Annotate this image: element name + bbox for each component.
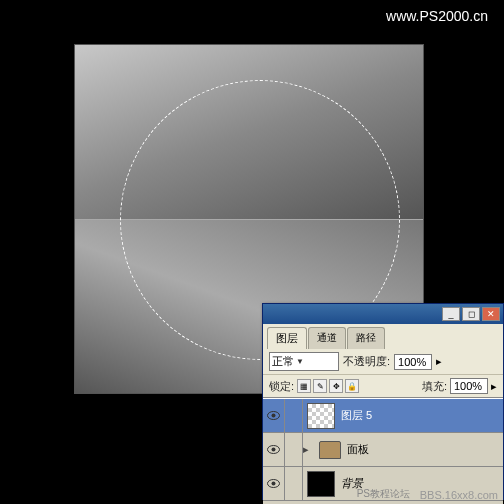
lock-all-icon[interactable]: 🔒 xyxy=(345,379,359,393)
minimize-button[interactable]: _ xyxy=(442,307,460,321)
lock-transparency-icon[interactable]: ▦ xyxy=(297,379,311,393)
layer-thumbnail[interactable] xyxy=(307,403,335,429)
maximize-button[interactable]: ◻ xyxy=(462,307,480,321)
svg-point-1 xyxy=(272,414,276,418)
lock-row: 锁定: ▦ ✎ ✥ 🔒 填充: 100% ▸ xyxy=(263,375,503,398)
fill-value[interactable]: 100% xyxy=(450,378,488,394)
layers-panel: _ ◻ ✕ 图层 通道 路径 正常 ▼ 不透明度: 100% ▸ 锁定: ▦ ✎… xyxy=(262,303,504,500)
svg-point-5 xyxy=(272,482,276,486)
close-button[interactable]: ✕ xyxy=(482,307,500,321)
chevron-down-icon: ▼ xyxy=(296,357,304,366)
tab-paths[interactable]: 路径 xyxy=(347,327,385,349)
link-cell[interactable] xyxy=(285,467,303,500)
tab-layers[interactable]: 图层 xyxy=(267,327,307,349)
layer-row[interactable]: ▸ 面板 xyxy=(263,433,503,467)
panel-titlebar[interactable]: _ ◻ ✕ xyxy=(263,304,503,324)
watermark-forum: PS教程论坛 xyxy=(357,487,410,501)
fill-label: 填充: xyxy=(422,379,447,394)
opacity-flyout-icon[interactable]: ▸ xyxy=(436,355,442,368)
eye-icon xyxy=(267,411,280,420)
layer-name[interactable]: 面板 xyxy=(345,442,503,457)
visibility-toggle[interactable] xyxy=(263,399,285,432)
blend-mode-dropdown[interactable]: 正常 ▼ xyxy=(269,352,339,371)
folder-icon xyxy=(319,441,341,459)
fill-flyout-icon[interactable]: ▸ xyxy=(491,380,497,393)
lock-label: 锁定: xyxy=(269,379,294,394)
lock-icon-group: ▦ ✎ ✥ 🔒 xyxy=(297,379,359,393)
lock-position-icon[interactable]: ✥ xyxy=(329,379,343,393)
watermark-top: www.PS2000.cn xyxy=(386,8,488,24)
layer-thumbnail[interactable] xyxy=(307,471,335,497)
eye-icon xyxy=(267,479,280,488)
tab-channels[interactable]: 通道 xyxy=(308,327,346,349)
link-cell[interactable] xyxy=(285,433,303,466)
eye-icon xyxy=(267,445,280,454)
svg-point-3 xyxy=(272,448,276,452)
panel-tabs: 图层 通道 路径 xyxy=(263,324,503,349)
visibility-toggle[interactable] xyxy=(263,433,285,466)
lock-pixels-icon[interactable]: ✎ xyxy=(313,379,327,393)
layer-name[interactable]: 图层 5 xyxy=(339,408,503,423)
visibility-toggle[interactable] xyxy=(263,467,285,500)
expand-triangle-icon[interactable]: ▸ xyxy=(303,443,315,456)
opacity-value[interactable]: 100% xyxy=(394,354,432,370)
watermark-bbs: BBS.16xx8.com xyxy=(420,489,498,501)
opacity-label: 不透明度: xyxy=(343,354,390,369)
blend-mode-value: 正常 xyxy=(272,354,294,369)
blend-row: 正常 ▼ 不透明度: 100% ▸ xyxy=(263,349,503,375)
link-cell[interactable] xyxy=(285,399,303,432)
layer-row[interactable]: 图层 5 xyxy=(263,399,503,433)
